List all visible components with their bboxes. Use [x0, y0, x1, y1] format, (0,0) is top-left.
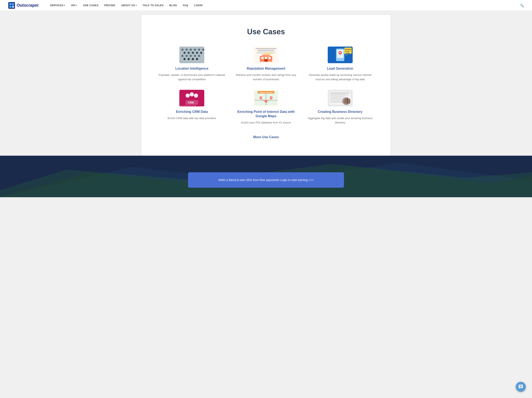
svg-rect-2: [12, 3, 14, 5]
use-case-card-enriching-crm[interactable]: CRM Enrich CRM Data With Outscraper Enri…: [158, 90, 226, 125]
nav-item-faq[interactable]: FAQ: [180, 0, 191, 11]
svg-text:Leads: Leads: [346, 52, 350, 54]
svg-rect-77: [330, 93, 350, 93]
svg-point-21: [198, 55, 200, 57]
svg-point-18: [186, 55, 188, 57]
svg-point-8: [190, 49, 192, 51]
svg-rect-89: [346, 98, 348, 104]
svg-point-22: [184, 58, 186, 60]
use-case-image-poi: ENRICH FOR DATA: [253, 90, 279, 106]
nav-item-login[interactable]: LOGIN: [191, 0, 206, 11]
nav-link-use-cases[interactable]: USE CASES: [80, 0, 101, 11]
more-use-cases-wrapper: More Use Cases: [158, 135, 374, 139]
use-case-image-lead: Finding Local Leads With: [328, 47, 353, 63]
svg-point-10: [198, 49, 200, 51]
svg-point-7: [186, 49, 188, 51]
svg-rect-29: [258, 50, 274, 51]
use-case-title-lead: Lead Generation: [327, 67, 353, 71]
use-cases-grid: Outscraper Location Intelligence Populat…: [158, 47, 374, 125]
use-case-image-reputation: ★★★★★: [253, 47, 279, 63]
nav-item-services[interactable]: SERVICES ▾: [47, 0, 68, 11]
nav-link-about-us[interactable]: ABOUT US ▾: [118, 0, 140, 11]
use-case-image-crm: CRM Enrich CRM Data With Outscraper: [179, 90, 204, 106]
svg-point-16: [200, 52, 202, 54]
nav-item-pricing[interactable]: PRICING: [101, 0, 119, 11]
use-case-card-business-directory[interactable]: Creating Business Directory Aggregate bi…: [306, 90, 374, 125]
svg-point-24: [192, 58, 194, 60]
use-case-desc-poi: Enrich your POI database from #1 source: [241, 120, 291, 125]
use-case-desc-crm: Enrich CRM data with top data providers: [168, 116, 216, 120]
nav-link-faq[interactable]: FAQ: [180, 0, 191, 11]
svg-rect-80: [330, 96, 345, 96]
svg-point-25: [196, 58, 198, 60]
referral-text: Refer a friend & earn 35% from their pay…: [218, 178, 313, 182]
svg-point-9: [194, 49, 196, 51]
svg-text:CRM: CRM: [188, 101, 194, 104]
svg-rect-84: [330, 100, 343, 101]
more-use-cases-link[interactable]: More Use Cases: [253, 135, 279, 139]
nav-link-api[interactable]: API ▾: [68, 0, 80, 11]
main-wrapper: Use Cases: [0, 11, 532, 156]
use-case-desc-biz-dir: Aggregate big data and create your amazi…: [306, 116, 374, 125]
content-card: Use Cases: [141, 15, 391, 156]
svg-point-19: [190, 55, 192, 57]
use-case-desc-lead: Generate quality leads by accessing vari…: [306, 73, 374, 82]
svg-rect-4: [12, 6, 14, 8]
svg-point-13: [188, 52, 190, 54]
svg-rect-82: [330, 98, 346, 99]
chevron-down-icon: ▾: [76, 4, 77, 6]
svg-point-23: [188, 58, 190, 60]
chevron-down-icon: ▾: [64, 4, 65, 6]
svg-text:ENRICH FOR DATA: ENRICH FOR DATA: [259, 92, 273, 93]
svg-point-6: [181, 49, 184, 51]
nav-link-talk-to-sales[interactable]: TALK TO SALES: [140, 0, 166, 11]
nav-item-about-us[interactable]: ABOUT US ▾: [118, 0, 140, 11]
nav-item-api[interactable]: API ▾: [68, 0, 80, 11]
use-case-title-poi: Enriching Point of Interest Data with Go…: [232, 110, 300, 119]
svg-rect-78: [330, 94, 347, 94]
use-case-card-lead-generation[interactable]: Finding Local Leads With Lead Generation…: [306, 47, 374, 82]
nav-link-login[interactable]: LOGIN: [191, 0, 206, 11]
svg-rect-90: [348, 99, 350, 104]
svg-rect-36: [268, 57, 271, 59]
chevron-down-icon: ▾: [136, 4, 137, 6]
svg-text:Local: Local: [345, 50, 349, 52]
use-case-desc-reputation: Retrieve and monitor reviews and ratings…: [232, 73, 300, 82]
use-case-card-enriching-poi[interactable]: ENRICH FOR DATA: [232, 90, 300, 125]
svg-point-15: [196, 52, 198, 54]
svg-rect-3: [9, 6, 12, 8]
svg-rect-34: [261, 57, 264, 59]
svg-point-14: [192, 52, 194, 54]
use-case-desc-location: Populate, update, or benchmark your plat…: [158, 73, 226, 82]
svg-rect-81: [330, 97, 348, 97]
use-case-title-reputation: Reputation Management: [247, 67, 285, 71]
referral-banner[interactable]: Refer a friend & earn 35% from their pay…: [188, 172, 344, 188]
svg-rect-88: [344, 99, 346, 104]
svg-text:Enrich CRM Data With Outscrape: Enrich CRM Data With Outscraper: [180, 105, 196, 106]
svg-rect-28: [256, 48, 276, 49]
use-case-title-biz-dir: Creating Business Directory: [318, 110, 362, 114]
use-case-image-biz: [328, 90, 353, 106]
nav-item-talk-to-sales[interactable]: TALK TO SALES: [140, 0, 166, 11]
nav-link-blog[interactable]: BLOG: [166, 0, 180, 11]
nav-list: SERVICES ▾ API ▾ USE CASES PRICING ABOUT…: [47, 0, 520, 11]
nav-item-use-cases[interactable]: USE CASES: [80, 0, 101, 11]
use-case-image-location: Outscraper: [179, 47, 204, 63]
use-case-card-reputation-management[interactable]: ★★★★★ Reputation Management Retrieve and…: [232, 47, 300, 82]
footer-dark-band: Refer a friend & earn 35% from their pay…: [0, 156, 532, 197]
svg-point-11: [202, 49, 204, 51]
svg-text:Outscraper: Outscraper: [180, 62, 186, 63]
nav-link-pricing[interactable]: PRICING: [101, 0, 119, 11]
nav-link-services[interactable]: SERVICES ▾: [47, 0, 68, 11]
svg-point-12: [184, 52, 186, 54]
use-case-card-location-intelligence[interactable]: Outscraper Location Intelligence Populat…: [158, 47, 226, 82]
svg-point-17: [181, 55, 184, 57]
search-icon[interactable]: 🔍: [520, 4, 524, 7]
use-case-title-crm: Enriching CRM Data: [176, 110, 208, 114]
svg-rect-79: [330, 95, 349, 95]
svg-rect-86: [330, 102, 344, 103]
page-title: Use Cases: [158, 27, 374, 36]
brand-logo[interactable]: Outscraper: [8, 2, 39, 9]
nav-item-blog[interactable]: BLOG: [166, 0, 180, 11]
svg-rect-37: [264, 59, 268, 62]
